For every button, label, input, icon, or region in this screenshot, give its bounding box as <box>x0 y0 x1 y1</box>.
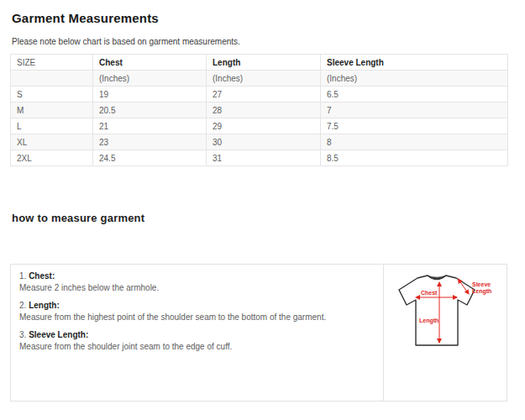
tshirt-diagram: Chest Length Sleeve Length <box>391 271 499 350</box>
cell-length: 29 <box>207 118 321 134</box>
column-header-sleeve-length: Sleeve Length <box>321 55 508 71</box>
table-row-l: L 21 29 7.5 <box>11 118 508 134</box>
section-title-how-to-measure: how to measure garment <box>12 212 515 224</box>
column-header-length: Length <box>207 55 321 71</box>
units-row: (Inches) (Inches) (Inches) <box>11 71 508 87</box>
instruction-term: Chest: <box>29 271 55 281</box>
instruction-item-length: 2. Length: Measure from the highest poin… <box>19 300 375 323</box>
instruction-term: Length: <box>29 301 60 310</box>
instruction-term: Sleeve Length: <box>29 330 88 339</box>
cell-size: 2XL <box>11 150 93 166</box>
cell-length: 31 <box>207 150 321 166</box>
table-row-xl: XL 23 30 8 <box>11 134 508 150</box>
note-text: Please note below chart is based on garm… <box>12 37 515 46</box>
cell-size: L <box>11 118 93 134</box>
table-row-s: S 19 27 6.5 <box>11 87 508 102</box>
column-header-size: SIZE <box>11 55 93 71</box>
instruction-desc: Measure 2 inches below the armhole. <box>19 282 375 294</box>
chest-label: Chest <box>421 290 438 296</box>
instruction-number: 3. <box>19 330 26 339</box>
cell-length: 27 <box>207 87 321 102</box>
unit-cell-empty <box>11 71 93 87</box>
table-row-2xl: 2XL 24.5 31 8.5 <box>11 150 508 166</box>
sleeve-label: Sleeve Length <box>472 281 492 295</box>
cell-chest: 21 <box>93 118 207 134</box>
cell-length: 28 <box>207 102 321 118</box>
unit-cell-sleeve: (Inches) <box>321 71 508 87</box>
length-label: Length <box>419 318 438 324</box>
instruction-item-sleeve-length: 3. Sleeve Length: Measure from the shoul… <box>19 329 375 353</box>
header-row: SIZE Chest Length Sleeve Length <box>11 55 508 71</box>
page-title: Garment Measurements <box>12 11 515 25</box>
instruction-number: 1. <box>19 271 26 281</box>
instruction-heading: 2. Length: <box>19 300 375 312</box>
cell-length: 30 <box>207 134 321 150</box>
instruction-desc: Measure from the highest point of the sh… <box>19 312 375 323</box>
measure-box: 1. Chest: Measure 2 inches below the arm… <box>10 264 507 402</box>
cell-chest: 19 <box>93 87 207 102</box>
unit-cell-chest: (Inches) <box>93 71 207 87</box>
cell-sleeve: 6.5 <box>321 87 508 102</box>
table-row-m: M 20.5 28 7 <box>11 102 508 118</box>
instructions-list: 1. Chest: Measure 2 inches below the arm… <box>11 265 384 401</box>
size-chart-table: SIZE Chest Length Sleeve Length (Inches)… <box>10 54 508 166</box>
page: Garment Measurements Please note below c… <box>0 0 525 402</box>
instruction-item-chest: 1. Chest: Measure 2 inches below the arm… <box>19 270 375 294</box>
diagram-cell: Chest Length Sleeve Length <box>384 265 507 401</box>
cell-chest: 20.5 <box>93 102 207 118</box>
cell-sleeve: 8 <box>321 134 508 150</box>
cell-chest: 24.5 <box>93 150 207 166</box>
cell-chest: 23 <box>93 134 207 150</box>
column-header-chest: Chest <box>93 55 207 71</box>
cell-size: M <box>11 102 93 118</box>
cell-sleeve: 8.5 <box>321 150 508 166</box>
instruction-heading: 3. Sleeve Length: <box>19 329 375 341</box>
instruction-heading: 1. Chest: <box>19 270 375 282</box>
instruction-number: 2. <box>19 301 26 310</box>
cell-size: XL <box>11 134 93 150</box>
cell-sleeve: 7 <box>321 102 508 118</box>
instruction-desc: Measure from the shoulder joint seam to … <box>19 341 375 353</box>
unit-cell-length: (Inches) <box>207 71 321 87</box>
cell-sleeve: 7.5 <box>321 118 508 134</box>
cell-size: S <box>11 87 93 102</box>
